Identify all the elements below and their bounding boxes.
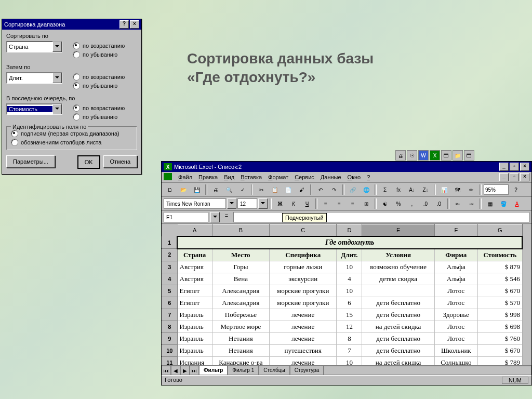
cell[interactable]: Горы [212,261,269,273]
cell[interactable]: $ 546 [477,273,522,285]
header-cell[interactable]: Длит. [337,249,362,261]
tray-icon[interactable]: ☉ [407,150,417,161]
formula-input[interactable] [233,212,529,222]
identify-columns-radio[interactable]: обозначениям столбцов листа [11,139,132,146]
comma-icon[interactable]: , [406,198,418,209]
cell[interactable]: Школьник [434,344,477,356]
tray-word-icon[interactable]: W [418,150,429,161]
cell[interactable]: лечение [270,356,337,365]
header-cell[interactable]: Условия [362,249,434,261]
fontsize-combo[interactable]: 12 [237,198,257,209]
tray-icon[interactable]: 🗔 [441,150,451,161]
sort2-desc-radio[interactable]: по убыванию [73,82,137,89]
minimize-button[interactable]: _ [499,163,509,171]
chevron-down-icon[interactable] [52,73,62,83]
cell[interactable]: Нетания [212,344,269,356]
close-button[interactable]: × [130,20,139,29]
chevron-down-icon[interactable] [258,198,268,209]
cell[interactable]: 12 [337,321,362,332]
ok-button[interactable]: OK [77,155,100,169]
menu-?[interactable]: ? [364,173,373,181]
cell[interactable]: Израиль [177,332,212,344]
cell[interactable]: $ 879 [477,261,522,273]
menu-файл[interactable]: Файл [175,173,195,181]
cell[interactable]: $ 670 [477,285,522,297]
preview-icon[interactable]: 🔍 [223,184,235,195]
font-combo[interactable]: Times New Roman [164,198,226,209]
bold-icon[interactable]: Ж [274,198,286,209]
sheet-tab[interactable]: Столбцы [259,366,290,375]
menu-окно[interactable]: Окно [344,173,364,181]
function-icon[interactable]: fx [392,184,405,195]
horizontal-scrollbar[interactable] [324,366,531,375]
col-header[interactable]: F [434,224,477,236]
row-header[interactable]: 5 [162,285,178,297]
cell[interactable]: на детей скидка [362,321,434,332]
cell[interactable]: Лотос [434,321,477,332]
cell[interactable]: на детей скидка [362,356,434,365]
row-header[interactable]: 7 [162,309,178,321]
tray-icon[interactable]: 🗔 [464,150,474,161]
row-header[interactable]: 10 [162,344,178,356]
fill-color-icon[interactable]: 🪣 [497,198,510,209]
cell[interactable]: Александрия [212,297,269,309]
format-painter-icon[interactable]: 🖌 [296,184,308,195]
vertical-scrollbar[interactable] [523,224,531,365]
help-button[interactable]: ? [119,20,129,29]
spell-icon[interactable]: ✓ [236,184,249,195]
align-right-icon[interactable]: ≡ [347,198,359,209]
cell[interactable]: экскурсии [270,273,337,285]
sort1-asc-radio[interactable]: по возрастанию [73,42,137,49]
cell[interactable]: путешествия [270,344,337,356]
cell[interactable]: Австрия [177,261,212,273]
sort3-asc-radio[interactable]: по возрастанию [73,104,137,112]
header-cell[interactable]: Специфика [270,249,337,261]
col-header[interactable]: D [337,224,362,236]
cell[interactable]: Канарские о-ва [212,356,269,365]
col-header[interactable]: B [212,224,269,236]
options-button[interactable]: Параметры... [6,155,55,168]
indent-left-icon[interactable]: ⇤ [451,198,464,209]
cell[interactable]: Вена [212,273,269,285]
align-center-icon[interactable]: ≡ [333,198,345,209]
zoom-combo[interactable]: 95% [484,184,509,195]
chevron-down-icon[interactable] [52,104,62,114]
cell[interactable]: Израиль [177,321,212,332]
cell[interactable]: возможно обучение [362,261,434,273]
cell[interactable]: лечение [270,309,337,321]
menu-правка[interactable]: Правка [195,173,221,181]
sheet-tab[interactable]: Фильтр [199,366,228,375]
select-all-corner[interactable] [162,224,178,236]
cell[interactable]: Здоровье [434,309,477,321]
doc-restore-button[interactable]: ▫ [510,173,519,181]
header-cell[interactable]: Место [212,249,269,261]
cut-icon[interactable]: ✂ [255,184,268,195]
sort3-desc-radio[interactable]: по убыванию [73,113,137,121]
cell[interactable]: дети бесплатно [362,332,434,344]
redo-icon[interactable]: ↷ [328,184,340,195]
cell[interactable]: $ 570 [477,297,522,309]
spreadsheet-grid[interactable]: ABCDEFG 1Где отдохнуть 2СтранаМестоСпеци… [162,224,523,365]
sort-field-1[interactable]: Страна [6,41,62,52]
menu-сервис[interactable]: Сервис [291,173,317,181]
tray-icon[interactable]: 📁 [453,150,463,161]
cell[interactable]: морские прогулки [270,297,337,309]
chevron-down-icon[interactable] [227,198,236,209]
cell[interactable]: Альфа [434,261,477,273]
cell[interactable]: дети бесплатно [362,344,434,356]
cell[interactable]: детям скидка [362,273,434,285]
cell[interactable]: 10 [337,356,362,365]
sheet-tab[interactable]: Структура [290,366,324,375]
col-header[interactable]: E [362,224,434,236]
identify-labels-radio[interactable]: подписям (первая строка диапазона) [11,130,132,137]
row-header[interactable]: 3 [162,261,178,273]
save-icon[interactable]: 💾 [191,184,203,195]
cell[interactable]: Египет [177,297,212,309]
cell[interactable]: Австрия [177,273,212,285]
doc-minimize-button[interactable]: _ [499,173,509,181]
header-cell[interactable]: Страна [177,249,212,261]
menu-вставка[interactable]: Вставка [237,173,265,181]
cell[interactable]: Мертвое море [212,321,269,332]
indent-right-icon[interactable]: ⇥ [465,198,477,209]
doc-close-button[interactable]: × [520,173,529,181]
